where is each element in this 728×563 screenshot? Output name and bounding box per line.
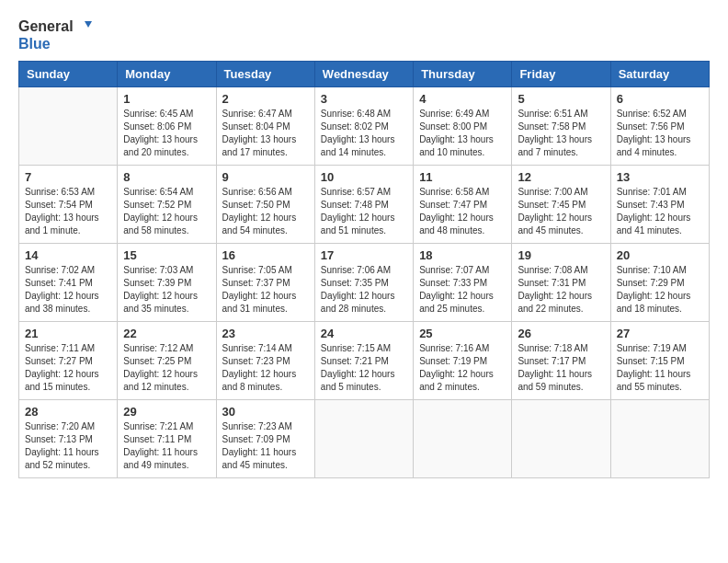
day-number: 15 [123,248,210,262]
day-number: 6 [617,92,703,106]
day-info: Sunrise: 6:53 AM Sunset: 7:54 PM Dayligh… [25,186,111,237]
day-info: Sunrise: 7:00 AM Sunset: 7:45 PM Dayligh… [518,186,604,237]
day-number: 21 [25,327,111,340]
day-number: 26 [518,327,604,340]
weekday-header-row: SundayMondayTuesdayWednesdayThursdayFrid… [19,62,710,87]
calendar-cell: 21Sunrise: 7:11 AM Sunset: 7:27 PM Dayli… [19,322,118,400]
day-number: 28 [25,405,111,419]
calendar-cell: 19Sunrise: 7:08 AM Sunset: 7:31 PM Dayli… [512,244,610,322]
calendar-cell: 18Sunrise: 7:07 AM Sunset: 7:33 PM Dayli… [414,244,512,322]
day-info: Sunrise: 7:05 AM Sunset: 7:37 PM Dayligh… [222,264,309,316]
weekday-header-wednesday: Wednesday [314,62,413,87]
day-number: 19 [518,248,604,262]
weekday-header-sunday: Sunday [19,62,118,87]
day-info: Sunrise: 7:07 AM Sunset: 7:33 PM Dayligh… [419,264,506,316]
calendar-cell: 20Sunrise: 7:10 AM Sunset: 7:29 PM Dayli… [610,244,709,322]
week-row-3: 14Sunrise: 7:02 AM Sunset: 7:41 PM Dayli… [19,244,710,322]
calendar-cell: 7Sunrise: 6:53 AM Sunset: 7:54 PM Daylig… [19,166,118,244]
day-info: Sunrise: 6:54 AM Sunset: 7:52 PM Dayligh… [123,186,210,237]
day-number: 9 [222,170,309,184]
day-info: Sunrise: 7:03 AM Sunset: 7:39 PM Dayligh… [123,264,210,316]
calendar-cell: 25Sunrise: 7:16 AM Sunset: 7:19 PM Dayli… [414,322,512,400]
day-info: Sunrise: 6:49 AM Sunset: 8:00 PM Dayligh… [419,108,506,159]
day-number: 8 [123,170,210,184]
day-info: Sunrise: 7:15 AM Sunset: 7:21 PM Dayligh… [321,342,407,394]
day-number: 18 [419,248,506,262]
week-row-5: 28Sunrise: 7:20 AM Sunset: 7:13 PM Dayli… [19,400,710,478]
calendar-cell: 10Sunrise: 6:57 AM Sunset: 7:48 PM Dayli… [314,166,413,244]
calendar-table: SundayMondayTuesdayWednesdayThursdayFrid… [18,61,710,478]
logo-container: General Blue [18,18,92,52]
day-number: 13 [617,170,703,184]
day-info: Sunrise: 6:58 AM Sunset: 7:47 PM Dayligh… [419,186,506,237]
week-row-4: 21Sunrise: 7:11 AM Sunset: 7:27 PM Dayli… [19,322,710,400]
calendar-cell: 6Sunrise: 6:52 AM Sunset: 7:56 PM Daylig… [610,87,709,166]
weekday-header-friday: Friday [512,62,610,87]
day-info: Sunrise: 7:19 AM Sunset: 7:15 PM Dayligh… [617,342,703,394]
calendar-cell [512,400,610,478]
day-number: 30 [222,405,309,419]
day-number: 3 [321,92,407,106]
calendar-cell [314,400,413,478]
calendar-cell: 28Sunrise: 7:20 AM Sunset: 7:13 PM Dayli… [19,400,118,478]
calendar-cell: 26Sunrise: 7:18 AM Sunset: 7:17 PM Dayli… [512,322,610,400]
day-number: 4 [419,92,506,106]
weekday-header-saturday: Saturday [610,62,709,87]
day-info: Sunrise: 7:21 AM Sunset: 7:11 PM Dayligh… [123,420,210,472]
day-number: 23 [222,327,309,340]
logo-blue: Blue [18,36,51,52]
day-info: Sunrise: 7:02 AM Sunset: 7:41 PM Dayligh… [25,264,111,316]
day-number: 11 [419,170,506,184]
day-info: Sunrise: 6:51 AM Sunset: 7:58 PM Dayligh… [518,108,604,159]
calendar-cell: 29Sunrise: 7:21 AM Sunset: 7:11 PM Dayli… [118,400,216,478]
svg-marker-0 [85,21,92,28]
week-row-2: 7Sunrise: 6:53 AM Sunset: 7:54 PM Daylig… [19,166,710,244]
day-number: 20 [617,248,703,262]
page-header: General Blue [18,18,710,52]
logo-general: General [18,18,74,34]
day-number: 16 [222,248,309,262]
calendar-cell: 11Sunrise: 6:58 AM Sunset: 7:47 PM Dayli… [414,166,512,244]
calendar-cell: 8Sunrise: 6:54 AM Sunset: 7:52 PM Daylig… [118,166,216,244]
calendar-cell: 1Sunrise: 6:45 AM Sunset: 8:06 PM Daylig… [118,87,216,166]
calendar-cell: 23Sunrise: 7:14 AM Sunset: 7:23 PM Dayli… [216,322,314,400]
calendar-cell: 3Sunrise: 6:48 AM Sunset: 8:02 PM Daylig… [314,87,413,166]
calendar-cell: 17Sunrise: 7:06 AM Sunset: 7:35 PM Dayli… [314,244,413,322]
day-info: Sunrise: 6:57 AM Sunset: 7:48 PM Dayligh… [321,186,407,237]
day-info: Sunrise: 7:10 AM Sunset: 7:29 PM Dayligh… [617,264,703,316]
day-number: 22 [123,327,210,340]
day-info: Sunrise: 7:16 AM Sunset: 7:19 PM Dayligh… [419,342,506,394]
calendar-cell: 22Sunrise: 7:12 AM Sunset: 7:25 PM Dayli… [118,322,216,400]
day-number: 1 [123,92,210,106]
day-info: Sunrise: 6:47 AM Sunset: 8:04 PM Dayligh… [222,108,309,159]
calendar-cell: 14Sunrise: 7:02 AM Sunset: 7:41 PM Dayli… [19,244,118,322]
day-number: 10 [321,170,407,184]
day-info: Sunrise: 6:48 AM Sunset: 8:02 PM Dayligh… [321,108,407,159]
logo-bird-icon [75,19,92,36]
calendar-cell: 16Sunrise: 7:05 AM Sunset: 7:37 PM Dayli… [216,244,314,322]
day-info: Sunrise: 7:06 AM Sunset: 7:35 PM Dayligh… [321,264,407,316]
calendar-cell: 15Sunrise: 7:03 AM Sunset: 7:39 PM Dayli… [118,244,216,322]
calendar-cell: 9Sunrise: 6:56 AM Sunset: 7:50 PM Daylig… [216,166,314,244]
day-info: Sunrise: 7:18 AM Sunset: 7:17 PM Dayligh… [518,342,604,394]
day-info: Sunrise: 7:11 AM Sunset: 7:27 PM Dayligh… [25,342,111,394]
calendar-cell: 30Sunrise: 7:23 AM Sunset: 7:09 PM Dayli… [216,400,314,478]
weekday-header-tuesday: Tuesday [216,62,314,87]
day-number: 17 [321,248,407,262]
day-info: Sunrise: 7:20 AM Sunset: 7:13 PM Dayligh… [25,420,111,472]
day-info: Sunrise: 6:56 AM Sunset: 7:50 PM Dayligh… [222,186,309,237]
day-number: 12 [518,170,604,184]
day-info: Sunrise: 7:08 AM Sunset: 7:31 PM Dayligh… [518,264,604,316]
day-info: Sunrise: 7:01 AM Sunset: 7:43 PM Dayligh… [617,186,703,237]
weekday-header-thursday: Thursday [414,62,512,87]
calendar-cell: 5Sunrise: 6:51 AM Sunset: 7:58 PM Daylig… [512,87,610,166]
calendar-cell: 4Sunrise: 6:49 AM Sunset: 8:00 PM Daylig… [414,87,512,166]
calendar-cell: 12Sunrise: 7:00 AM Sunset: 7:45 PM Dayli… [512,166,610,244]
day-number: 7 [25,170,111,184]
week-row-1: 1Sunrise: 6:45 AM Sunset: 8:06 PM Daylig… [19,87,710,166]
calendar-cell: 2Sunrise: 6:47 AM Sunset: 8:04 PM Daylig… [216,87,314,166]
weekday-header-monday: Monday [118,62,216,87]
day-number: 27 [617,327,703,340]
calendar-cell: 13Sunrise: 7:01 AM Sunset: 7:43 PM Dayli… [610,166,709,244]
calendar-cell: 24Sunrise: 7:15 AM Sunset: 7:21 PM Dayli… [314,322,413,400]
